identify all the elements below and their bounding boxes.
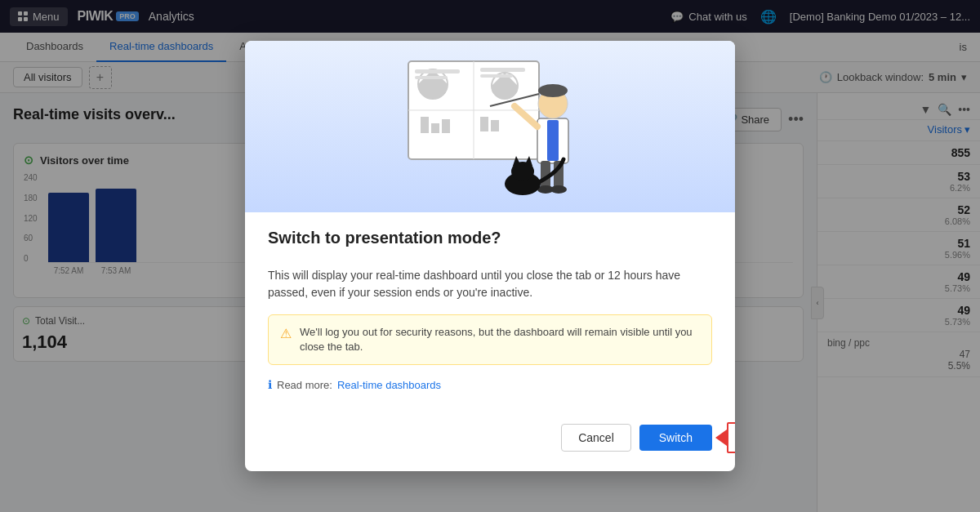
red-annotation-box — [727, 422, 735, 453]
switch-button[interactable]: Switch — [639, 425, 712, 451]
cancel-button[interactable]: Cancel — [561, 424, 631, 452]
svg-rect-4 — [431, 123, 439, 133]
arrow-icon — [715, 430, 727, 446]
svg-rect-13 — [415, 76, 448, 79]
read-more-link[interactable]: Real-time dashboards — [337, 379, 441, 391]
svg-rect-10 — [480, 68, 525, 72]
svg-rect-16 — [547, 120, 559, 161]
svg-point-18 — [538, 84, 568, 97]
modal-title: Switch to presentation mode? — [245, 212, 735, 247]
warning-icon: ⚠ — [280, 326, 292, 341]
warning-box: ⚠ We'll log you out for security reasons… — [268, 314, 712, 365]
presentation-mode-modal: Switch to presentation mode? This will d… — [245, 41, 735, 471]
svg-rect-7 — [480, 117, 488, 131]
svg-rect-5 — [442, 119, 450, 133]
svg-rect-8 — [491, 120, 499, 131]
svg-rect-11 — [480, 74, 513, 78]
svg-rect-12 — [415, 69, 460, 73]
modal-footer: Cancel Switch — [245, 411, 735, 471]
warning-text: We'll log you out for security reasons, … — [300, 325, 700, 354]
modal-description: This will display your real-time dashboa… — [268, 267, 712, 301]
modal-overlay: Switch to presentation mode? This will d… — [0, 0, 980, 512]
svg-point-23 — [550, 185, 567, 194]
svg-rect-3 — [421, 117, 429, 133]
read-more-section: ℹ Read more: Real-time dashboards — [268, 378, 712, 391]
info-icon: ℹ — [268, 378, 272, 391]
modal-illustration — [245, 41, 735, 212]
